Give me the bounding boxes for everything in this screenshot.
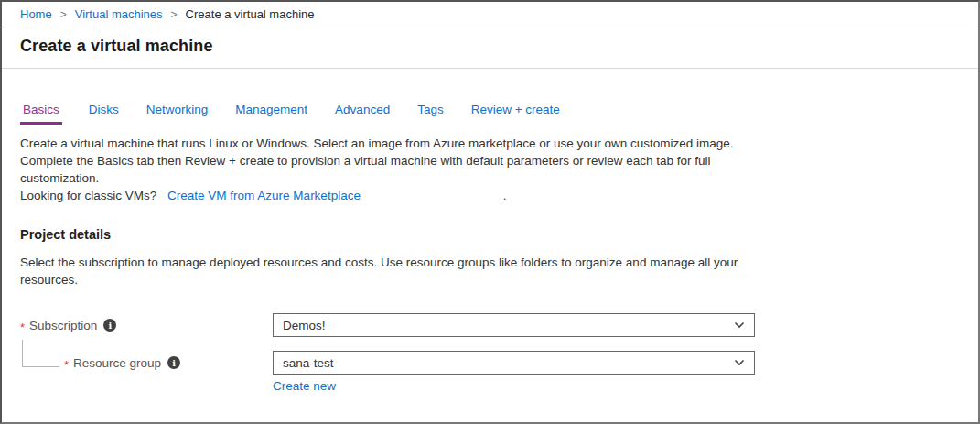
tab-bar: Basics Disks Networking Management Advan… [20,103,960,125]
classic-vms-suffix: . [503,189,507,202]
subscription-row: * Subscription i Demos! [20,313,960,337]
breadcrumb-virtual-machines[interactable]: Virtual machines [75,7,163,21]
tab-disks[interactable]: Disks [88,103,120,125]
info-icon[interactable]: i [167,356,180,369]
title-section: Create a virtual machine [2,27,978,68]
tab-tags[interactable]: Tags [416,103,445,125]
required-asterisk: * [20,318,25,333]
create-vm-marketplace-link[interactable]: Create VM from Azure Marketplace [167,189,361,202]
resource-group-label: Resource group [73,356,161,370]
tab-basics[interactable]: Basics [20,103,62,125]
breadcrumb-home[interactable]: Home [20,7,52,21]
tree-connector-line [22,340,59,367]
create-new-link[interactable]: Create new [273,379,336,393]
resource-group-dropdown[interactable]: sana-test [273,351,755,375]
classic-vms-line: Looking for classic VMs? Create VM from … [20,187,759,204]
subscription-dropdown[interactable]: Demos! [273,313,755,337]
project-details-description: Select the subscription to manage deploy… [20,254,759,288]
project-details-heading: Project details [20,227,960,242]
breadcrumb-separator: > [171,8,178,21]
create-vm-page: Home > Virtual machines > Create a virtu… [0,0,980,424]
intro-paragraph-2: Complete the Basics tab then Review + cr… [20,152,759,187]
info-icon[interactable]: i [103,319,116,332]
tab-management[interactable]: Management [234,103,308,125]
content-area: Basics Disks Networking Management Advan… [2,103,978,393]
tab-advanced[interactable]: Advanced [334,103,391,125]
subscription-label: Subscription [29,319,97,332]
resource-group-label-cell: * Resource group i [20,355,273,371]
create-new-row: Create new [20,379,960,393]
required-asterisk: * [64,355,69,371]
chevron-down-icon [732,355,747,370]
intro-text: Create a virtual machine that runs Linux… [20,135,960,204]
tab-networking[interactable]: Networking [145,103,210,125]
resource-group-row: * Resource group i sana-test [20,351,960,375]
classic-vms-prompt: Looking for classic VMs? [20,189,156,202]
chevron-down-icon [732,318,747,332]
subscription-label-cell: * Subscription i [20,318,273,333]
breadcrumb-current-page: Create a virtual machine [186,7,315,21]
resource-group-selected-value: sana-test [283,356,732,370]
subscription-selected-value: Demos! [283,319,732,332]
tab-review-create[interactable]: Review + create [470,103,561,125]
breadcrumb-separator: > [60,8,67,21]
page-title: Create a virtual machine [20,37,960,56]
intro-paragraph-1: Create a virtual machine that runs Linux… [20,135,759,152]
title-divider [2,68,978,69]
breadcrumb: Home > Virtual machines > Create a virtu… [2,2,978,27]
project-details-form: * Subscription i Demos! * Resource group [20,313,960,393]
